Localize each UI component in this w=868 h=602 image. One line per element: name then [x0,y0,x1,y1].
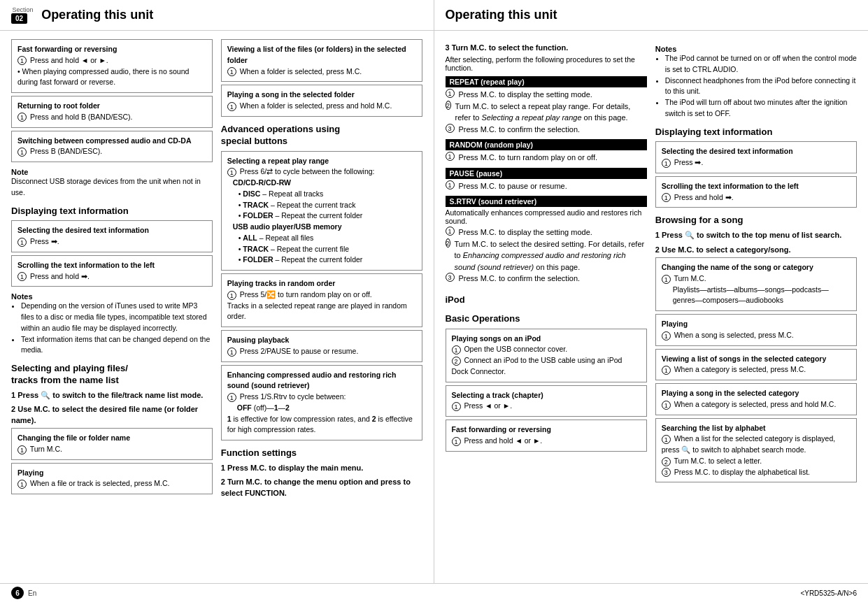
switching-box: Switching between compressed audio and C… [11,131,213,163]
searching-box: Searching the list by alphabet 1 When a … [655,418,857,483]
returning-title: Returning to root folder [17,101,100,110]
viewing-songs-box: Viewing a list of songs in the selected … [655,349,857,381]
fast-forward-note: When playing compressed audio, there is … [17,67,189,87]
random-box: Playing tracks in random order 1 Press 5… [221,273,422,327]
circle-pf1: 1 [227,102,236,111]
select-text-right-i1: Press ➡. [674,158,704,166]
viewing-box: Viewing a list of the files (or folders)… [221,39,422,82]
notes-title-left: Notes [11,292,33,301]
header-title-left: Operating this unit [41,8,153,22]
enhance-box: Enhancing compressed audio and restoring… [221,365,422,441]
page-number: 6 [11,587,24,599]
repeat-usb-list: ALL – Repeat all files TRACK – Repeat th… [239,233,416,266]
selecting-heading: Selecting and playing files/tracks from … [11,363,213,387]
page-wrapper: Section 02 Operating this unit Operating… [0,0,868,602]
searching-title: Searching the list by alphabet [662,424,766,432]
circle-sb3: 3 [662,468,671,477]
switching-item1: Press B (BAND/ESC). [30,147,102,155]
playing-folder-title: Playing a song in the selected folder [227,90,355,99]
note-r2: Disconnect headphones from the iPod befo… [665,76,857,98]
playing-folder-box: Playing a song in the selected folder 1 … [221,85,422,117]
srtrv-row-1: 1 Press M.C. to display the setting mode… [446,227,647,238]
srtrv-r1: Press M.C. to display the setting mode. [459,227,592,238]
searching-i2: Turn M.C. to select a letter. [674,457,762,465]
srtrv-row-3: 3 Press M.C. to confirm the selection. [446,273,647,285]
note-section: Note Disconnect USB storage devices from… [11,168,213,199]
select-text-right-box: Selecting the desired text information 1… [655,141,857,173]
en-label: En [28,589,36,597]
srtrv-r3: Press M.C. to confirm the selection. [459,273,581,285]
repeat-r1: Press M.C. to display the setting mode. [459,89,592,101]
advanced-heading: Advanced operations usingspecial buttons [221,124,422,148]
playing-left-item1: When a file or track is selected, press … [30,479,170,487]
changing-song-sub: Playlists—artists—albums—songs—podcasts—… [673,285,851,307]
notes-heading-right: Notes [655,45,677,53]
selecting-track-box: Selecting a track (chapter) 1 Press ◄ or… [446,385,647,417]
basic-ops-heading: Basic Operations [446,313,647,325]
circle-s1: 1 [17,148,27,157]
enhance-title: Enhancing compressed audio and restoring… [227,371,397,390]
changing-song-box: Changing the name of the song or categor… [655,257,857,311]
selecting-track-title: Selecting a track (chapter) [452,391,543,399]
changing-file-item1: Turn M.C. [30,445,62,453]
playing-left-title: Playing [17,468,43,477]
footer-bar: 6 En <YRD5325-A/N>6 [0,583,868,602]
pause-row-1: 1 Press M.C. to pause or resume. [446,180,647,192]
scrolling-box: Scrolling the text information to the le… [11,255,213,287]
searching-i1: When a list for the selected category is… [662,434,835,454]
select-text-box: Selecting the desired text information 1… [11,220,213,252]
select-text-item1: Press ➡. [30,237,59,245]
circle-pau1: 1 [227,347,236,357]
pause-r1: Press M.C. to pause or resume. [459,180,567,192]
searching-i3: Press M.C. to display the alphabetical l… [674,468,810,476]
select-text-title: Selecting the desired text information [17,226,149,234]
ffr-title: Fast forwarding or reversing [452,425,551,433]
scrolling-right-i1: Press and hold ➡. [674,193,734,201]
ffr-item1: Press and hold ◄ or ►. [464,436,542,445]
circle-ran1: 1 [227,291,236,300]
srtrv-intro: Automatically enhances compressed audio … [446,208,647,225]
playing-ipod-title: Playing songs on an iPod [452,334,541,343]
function-heading: Function settings [221,447,422,459]
repeat-row-1: 1 Press M.C. to display the setting mode… [446,89,647,101]
viewing-item1: When a folder is selected, press M.C. [240,67,362,76]
ipod-heading: iPod [446,294,647,306]
rep-cd-1: DISC – Repeat all tracks [239,189,416,200]
step1-left: 1 Press 🔍 to switch to the file/track na… [11,390,213,401]
left-column: Fast forwarding or reversing 1 Press and… [0,31,434,583]
displaying-heading: Displaying text information [11,206,213,217]
repeat-box-title: Selecting a repeat play range [227,157,329,165]
changing-song-i1: Turn M.C. [674,274,706,282]
displaying-heading-right: Displaying text information [655,127,857,138]
circle-cs1: 1 [662,275,671,284]
circle-vs1: 1 [662,366,671,375]
note-r1: The iPod cannot be turned on or off when… [665,53,857,76]
changing-song-title: Changing the name of the song or categor… [662,263,813,271]
scrolling-title: Scrolling the text information to the le… [17,261,155,269]
returning-item1: Press and hold B (BAND/ESC). [30,113,132,121]
left-sub-col: Fast forwarding or reversing 1 Press and… [11,39,213,501]
returning-box: Returning to root folder 1 Press and hol… [11,96,213,128]
srtrv-r2: Turn M.C. to select the desired setting.… [455,238,647,273]
circle-r1: 1 [17,113,27,122]
footer-left: 6 En [11,587,36,599]
browse-step2: 2 Use M.C. to select a category/song. [655,245,857,255]
select-text-right-title: Selecting the desired text information [662,147,793,155]
circle-sb2: 2 [662,457,671,466]
step3-sub: After selecting, perform the following p… [446,55,647,72]
rep-cd-3: FOLDER – Repeat the current folder [239,210,416,222]
header-title-right: Operating this unit [446,8,557,22]
note-r3: The iPod will turn off about two minutes… [665,97,857,120]
random-row-1: 1 Press M.C. to turn random play on or o… [446,152,647,164]
right-column: 3 Turn M.C. to select the function. Afte… [434,31,869,583]
circle-str1: 1 [662,159,671,168]
viewing-songs-i1: When a category is selected, press M.C. [674,365,806,373]
circle-pc1: 1 [662,401,671,410]
scrolling-right-box: Scrolling the text information to the le… [655,176,857,208]
circle-ffr1: 1 [452,437,461,446]
repeat-r3: Press M.C. to confirm the selection. [459,124,581,136]
step2-left: 2 Use M.C. to select the desired file na… [11,404,213,426]
circle-enh1: 1 [227,393,236,402]
changing-file-title: Changing the file or folder name [17,433,130,442]
playing-category-box: Playing a song in the selected category … [655,383,857,415]
